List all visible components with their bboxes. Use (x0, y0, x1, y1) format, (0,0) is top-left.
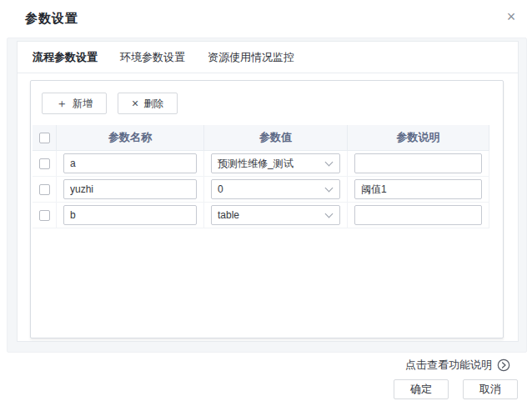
tab-process-params[interactable]: 流程参数设置 (24, 42, 106, 73)
x-icon: × (132, 98, 138, 109)
param-name-input[interactable] (63, 179, 197, 199)
circled-arrow-icon (497, 358, 510, 372)
param-value-text: 预测性维修_测试 (218, 157, 294, 171)
dialog-title: 参数设置 (25, 11, 78, 27)
param-value-text: 0 (218, 183, 223, 195)
table-header-row: 参数名称 参数值 参数说明 (33, 125, 489, 151)
tab-resource-monitor[interactable]: 资源使用情况监控 (199, 42, 303, 73)
ok-button[interactable]: 确定 (394, 379, 449, 399)
param-value-select[interactable]: table (211, 205, 340, 225)
add-button[interactable]: ＋ 新增 (42, 93, 107, 114)
add-button-label: 新增 (73, 97, 93, 111)
table-row: 0 (33, 177, 489, 203)
table-row: 预测性维修_测试 (33, 151, 489, 177)
plus-icon: ＋ (56, 98, 68, 109)
chevron-down-icon (325, 184, 334, 193)
delete-button[interactable]: × 删除 (118, 93, 178, 114)
param-desc-input[interactable] (354, 205, 482, 225)
param-value-text: table (218, 209, 239, 221)
dialog-body-panel: 流程参数设置 环境参数设置 资源使用情况监控 ＋ 新增 × 删除 参数名称 参 (7, 38, 527, 353)
params-section: ＋ 新增 × 删除 参数名称 参数值 参数说明 (30, 80, 504, 338)
chevron-down-icon (325, 210, 334, 218)
chevron-down-icon (325, 158, 334, 167)
table-body: 预测性维修_测试 0 table (33, 151, 489, 228)
param-desc-input[interactable] (354, 153, 482, 173)
row-checkbox[interactable] (39, 184, 50, 195)
select-all-checkbox[interactable] (39, 133, 50, 143)
param-desc-input[interactable] (354, 179, 482, 199)
col-header-param-name: 参数名称 (57, 125, 204, 150)
col-header-param-value: 参数值 (204, 125, 348, 150)
delete-button-label: 删除 (143, 97, 163, 111)
cancel-button[interactable]: 取消 (463, 379, 518, 399)
tab-env-params[interactable]: 环境参数设置 (112, 42, 193, 73)
help-link[interactable]: 点击查看功能说明 (405, 358, 510, 373)
close-icon[interactable]: × (503, 8, 519, 25)
row-checkbox[interactable] (39, 158, 50, 169)
help-link-label: 点击查看功能说明 (405, 358, 492, 373)
tab-card: 流程参数设置 环境参数设置 资源使用情况监控 ＋ 新增 × 删除 参数名称 参 (17, 41, 519, 342)
tab-bar: 流程参数设置 环境参数设置 资源使用情况监控 (18, 42, 518, 73)
params-table: 参数名称 参数值 参数说明 预测性维修_测试 0 (33, 125, 489, 228)
col-header-param-desc: 参数说明 (348, 125, 489, 150)
param-value-select[interactable]: 预测性维修_测试 (211, 153, 340, 173)
row-checkbox[interactable] (39, 210, 50, 221)
param-value-select[interactable]: 0 (211, 179, 340, 199)
table-toolbar: ＋ 新增 × 删除 (31, 81, 503, 114)
param-name-input[interactable] (63, 153, 197, 173)
param-name-input[interactable] (63, 205, 197, 225)
table-row: table (33, 203, 489, 228)
